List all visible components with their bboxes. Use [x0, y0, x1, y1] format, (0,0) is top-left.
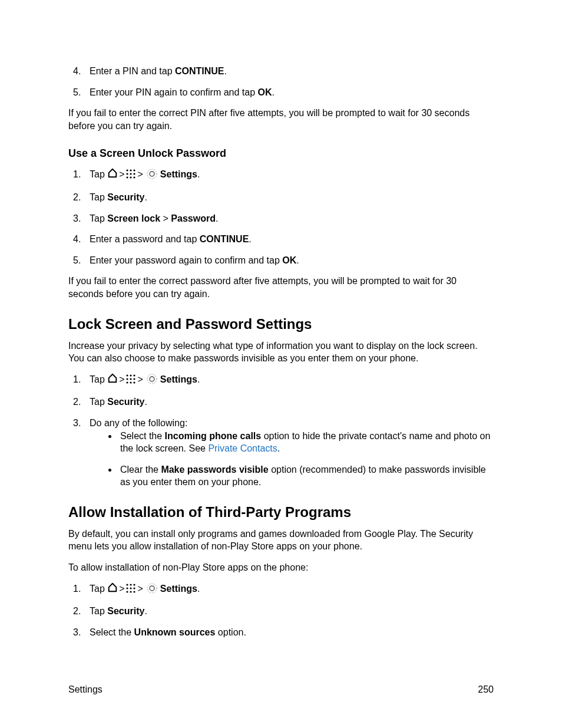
list-item: Tap Security. — [90, 191, 494, 204]
list-item: Tap >> Settings. — [90, 373, 494, 388]
apps-icon — [126, 169, 137, 177]
list-item: Tap >> Settings. — [90, 168, 494, 183]
list-item: Tap Security. — [90, 396, 494, 409]
list-item: Select the Unknown sources option. — [90, 626, 494, 639]
lock-steps: Tap >> Settings. Tap Security. Do any of… — [68, 373, 494, 489]
list-item: Enter your password again to confirm and… — [90, 254, 494, 267]
list-item: Enter your PIN again to confirm and tap … — [90, 86, 494, 99]
document-page: Enter a PIN and tap CONTINUE. Enter your… — [0, 0, 562, 682]
apps-icon — [126, 584, 137, 592]
password-steps: Tap >> Settings. Tap Security. Tap Scree… — [68, 168, 494, 266]
home-icon — [107, 168, 118, 182]
list-item: Clear the Make passwords visible option … — [118, 463, 494, 489]
apps-icon — [126, 374, 137, 383]
list-item: Select the Incoming phone calls option t… — [118, 430, 494, 455]
third-intro: By default, you can install only program… — [68, 528, 494, 553]
settings-icon — [147, 374, 157, 388]
footer-page-number: 250 — [478, 684, 494, 695]
list-item: Tap >> Settings. — [90, 582, 494, 597]
pw-fail-note: If you fail to enter the correct passwor… — [68, 275, 494, 300]
pin-steps-continued: Enter a PIN and tap CONTINUE. Enter your… — [68, 65, 494, 98]
list-item: Tap Security. — [90, 605, 494, 618]
settings-icon — [147, 169, 157, 183]
home-icon — [107, 373, 118, 387]
list-item: Enter a password and tap CONTINUE. — [90, 233, 494, 246]
lock-intro: Increase your privacy by selecting what … — [68, 340, 494, 365]
page-footer: Settings 250 — [68, 684, 494, 695]
list-item: Tap Screen lock > Password. — [90, 212, 494, 225]
list-item: Enter a PIN and tap CONTINUE. — [90, 65, 494, 78]
settings-icon — [147, 583, 157, 597]
heading-third-party: Allow Installation of Third-Party Progra… — [68, 504, 494, 521]
private-contacts-link[interactable]: Private Contacts — [208, 443, 277, 453]
pin-fail-note: If you fail to enter the correct PIN aft… — [68, 107, 494, 132]
third-steps: Tap >> Settings. Tap Security. Select th… — [68, 582, 494, 639]
lock-bullets: Select the Incoming phone calls option t… — [90, 430, 494, 489]
third-preface: To allow installation of non-Play Store … — [68, 561, 494, 574]
list-item: Do any of the following: Select the Inco… — [90, 417, 494, 489]
heading-lock-screen: Lock Screen and Password Settings — [68, 316, 494, 332]
footer-section: Settings — [68, 684, 103, 695]
home-icon — [107, 582, 118, 597]
heading-use-password: Use a Screen Unlock Password — [68, 147, 494, 160]
